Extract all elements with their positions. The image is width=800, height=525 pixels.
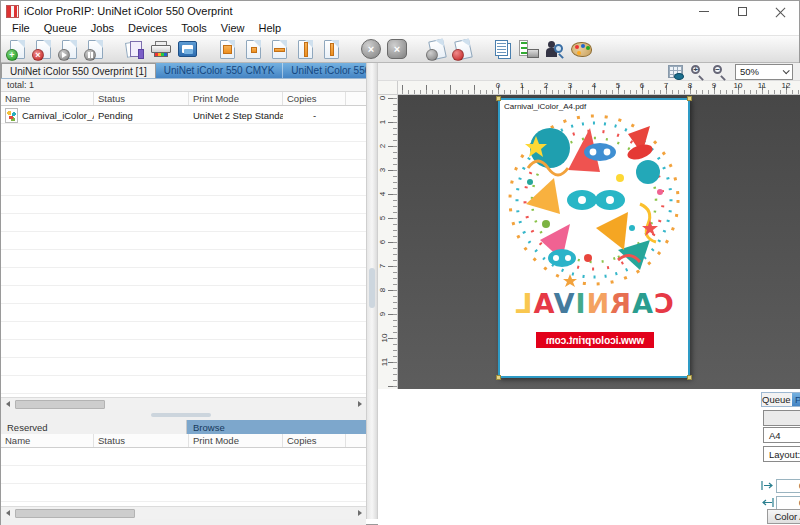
scale-page-button[interactable] xyxy=(319,37,343,61)
tab-browse[interactable]: Browse xyxy=(187,420,366,434)
menu-tools[interactable]: Tools xyxy=(174,22,214,34)
menu-file[interactable]: File xyxy=(5,22,37,34)
vertical-splitter[interactable] xyxy=(366,63,378,519)
hold-job-button[interactable] xyxy=(83,37,107,61)
menu-view[interactable]: View xyxy=(214,22,252,34)
restore-job-button[interactable] xyxy=(425,37,449,61)
fit-page-icon xyxy=(220,40,235,59)
zoom-in-button[interactable]: + xyxy=(691,65,705,79)
minimize-button[interactable] xyxy=(685,1,723,21)
page-preview[interactable]: Carnival_iColor_A4.pdf xyxy=(498,98,690,378)
ruler-corner xyxy=(378,81,398,95)
grid-eye-icon xyxy=(668,65,683,78)
col-print-mode[interactable]: Print Mode xyxy=(189,92,283,105)
scroll-thumb[interactable] xyxy=(15,400,105,409)
close-icon xyxy=(775,6,786,17)
menu-queue[interactable]: Queue xyxy=(37,22,84,34)
margin-value: 0.00 in xyxy=(777,498,800,508)
browse-hscrollbar[interactable] xyxy=(1,506,366,519)
job-hscrollbar[interactable] xyxy=(1,397,366,410)
settings-panel: Queue Page Job UniNet 2 Step Standard 55… xyxy=(755,389,800,525)
print-button[interactable] xyxy=(149,37,173,61)
scroll-right-icon[interactable] xyxy=(353,398,366,410)
media-size-select[interactable]: A4 Size: [8.27 in x 11.69 in] xyxy=(763,427,800,443)
browse-rows xyxy=(1,448,366,506)
menu-bar: File Queue Jobs Devices Tools View Help xyxy=(1,21,799,36)
menu-jobs[interactable]: Jobs xyxy=(84,22,121,34)
tab-cmyk[interactable]: UniNet iColor 550 CMYK xyxy=(156,63,284,78)
preview-toolbar: + − 50% xyxy=(378,63,800,81)
fit-height-icon xyxy=(298,40,313,59)
remove-job-button[interactable] xyxy=(451,37,475,61)
fit-page-button[interactable] xyxy=(215,37,239,61)
layout-select[interactable]: Layout: Auto Page xyxy=(763,446,800,462)
preview-canvas[interactable]: Carnival_iColor_A4.pdf xyxy=(398,95,800,389)
margin-left-stepper[interactable]: 0.00 in xyxy=(776,479,800,493)
queue-tab-strip: UniNet iColor 550 Overprint [1] UniNet i… xyxy=(1,63,366,79)
delete-job-button[interactable]: × xyxy=(31,37,55,61)
carnival-artwork xyxy=(500,108,688,290)
queue-manager-button[interactable] xyxy=(517,37,541,61)
preview-button[interactable] xyxy=(175,37,199,61)
margin-right-stepper[interactable]: 0.00 in xyxy=(776,496,800,510)
fit-width-button[interactable] xyxy=(267,37,291,61)
col-copies[interactable]: Copies xyxy=(283,92,346,105)
grid-view-button[interactable] xyxy=(668,65,683,78)
col-status[interactable]: Status xyxy=(94,92,189,105)
job-rows: Carnival_iColor_A4... Pending UniNet 2 S… xyxy=(1,106,366,397)
margin-left-icon xyxy=(761,479,774,492)
tab-reserved[interactable]: Reserved xyxy=(1,420,187,434)
fit-height-button[interactable] xyxy=(293,37,317,61)
layout-label: Layout: xyxy=(769,449,800,460)
resize-handle[interactable] xyxy=(687,375,692,380)
center-page-button[interactable] xyxy=(241,37,265,61)
panel-splitter[interactable] xyxy=(1,410,366,420)
col-copies[interactable]: Copies xyxy=(283,434,346,447)
print-icon xyxy=(151,41,171,57)
main-toolbar: + × × × xyxy=(1,36,799,63)
menu-help[interactable]: Help xyxy=(251,22,288,34)
col-print-mode[interactable]: Print Mode xyxy=(189,434,283,447)
resize-handle[interactable] xyxy=(687,96,692,101)
zoom-out-button[interactable]: − xyxy=(713,65,727,79)
maximize-button[interactable] xyxy=(723,1,761,21)
col-status[interactable]: Status xyxy=(94,434,189,447)
tab-queue[interactable]: Queue xyxy=(762,393,792,406)
zoom-level-value: 50% xyxy=(740,66,759,77)
secondary-profile-select[interactable] xyxy=(763,410,800,426)
stop-button[interactable]: × xyxy=(385,37,409,61)
page-filename: Carnival_iColor_A4.pdf xyxy=(504,102,586,111)
start-job-button[interactable] xyxy=(57,37,81,61)
scroll-left-icon[interactable] xyxy=(1,507,14,519)
color-settings-button[interactable] xyxy=(569,37,593,61)
job-thumbnail-icon xyxy=(5,108,18,123)
abort-print-button[interactable]: × xyxy=(359,37,383,61)
settings-tab-strip: Queue Page Job xyxy=(761,392,800,407)
copy-job-button[interactable] xyxy=(123,37,147,61)
job-table-header: Name Status Print Mode Copies xyxy=(1,92,366,106)
job-copies: - xyxy=(283,110,346,121)
abort-print-icon: × xyxy=(361,39,381,59)
menu-devices[interactable]: Devices xyxy=(121,22,174,34)
tab-page[interactable]: Page xyxy=(792,393,800,406)
window-title: iColor ProRIP: UniNet iColor 550 Overpri… xyxy=(24,5,232,17)
rip-inspect-button[interactable] xyxy=(543,37,567,61)
color-adjust-button[interactable]: Color Adjust xyxy=(767,509,800,524)
col-name[interactable]: Name xyxy=(1,92,94,105)
resize-handle[interactable] xyxy=(496,375,501,380)
queue-panel: UniNet iColor 550 Overprint [1] UniNet i… xyxy=(1,63,366,525)
table-row[interactable]: Carnival_iColor_A4... Pending UniNet 2 S… xyxy=(1,106,366,124)
add-job-button[interactable]: + xyxy=(5,37,29,61)
zoom-level-select[interactable]: 50% xyxy=(735,64,793,80)
margin-right-icon xyxy=(761,496,774,509)
scroll-left-icon[interactable] xyxy=(1,398,14,410)
job-list-icon xyxy=(495,40,512,59)
job-list-button[interactable] xyxy=(491,37,515,61)
tab-overprint[interactable]: UniNet iColor 550 Overprint [1] xyxy=(1,63,156,78)
close-button[interactable] xyxy=(761,1,799,21)
carnival-text: CARNIVAL xyxy=(500,290,688,317)
scroll-thumb[interactable] xyxy=(15,509,135,518)
scroll-right-icon[interactable] xyxy=(353,507,366,519)
col-name[interactable]: Name xyxy=(1,434,94,447)
resize-handle[interactable] xyxy=(496,96,501,101)
